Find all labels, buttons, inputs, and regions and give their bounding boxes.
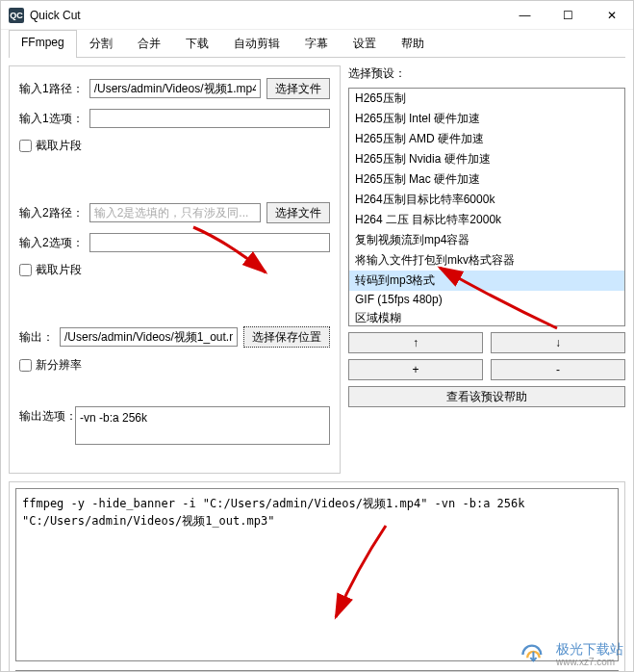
output-opts-label: 输出选项： [19,408,77,425]
preset-item[interactable]: 区域模糊 [349,308,624,326]
output-path-field[interactable] [60,327,238,347]
titlebar: QC Quick Cut — ☐ ✕ [1,1,633,30]
app-window: QC Quick Cut — ☐ ✕ FFmpeg分割合并下载自动剪辑字幕设置帮… [0,0,634,672]
preset-item[interactable]: H265压制 AMD 硬件加速 [349,129,624,149]
close-button[interactable]: ✕ [590,1,633,30]
input1-opts-label: 输入1选项： [19,111,84,127]
watermark: 极光下载站 www.xz7.com [520,642,623,667]
tab-合并[interactable]: 合并 [125,30,173,57]
preset-item[interactable]: GIF (15fps 480p) [349,291,624,308]
preset-item[interactable]: H264压制目标比特率6000k [349,190,624,210]
left-panel: 输入1路径： 选择文件 输入1选项： 截取片段 输入2路径： 选择文件 输入2选… [9,65,341,474]
preset-item[interactable]: H265压制 Mac 硬件加速 [349,169,624,190]
preset-item[interactable]: H264 二压 目标比特率2000k [349,210,624,230]
new-resolution-checkbox[interactable] [19,359,32,372]
input1-opts-field[interactable] [89,109,330,128]
tab-分割[interactable]: 分割 [77,30,125,57]
input2-path-field[interactable] [89,203,261,222]
preset-add-button[interactable]: + [348,359,483,380]
watermark-url: www.xz7.com [556,657,623,667]
clip1-label: 截取片段 [36,138,82,154]
output-label: 输出： [19,329,54,346]
preset-move-down-button[interactable]: ↓ [491,332,625,353]
tab-字幕[interactable]: 字幕 [292,30,341,57]
preset-item[interactable]: H265压制 [349,89,624,109]
preset-delete-button[interactable]: - [491,359,625,380]
command-textarea[interactable] [15,488,619,661]
minimize-button[interactable]: — [503,1,546,30]
watermark-icon [520,644,550,665]
preset-item[interactable]: 复制视频流到mp4容器 [349,230,624,250]
choose-save-location-button[interactable]: 选择保存位置 [243,326,330,348]
maximize-button[interactable]: ☐ [546,1,590,30]
app-icon: QC [9,8,24,23]
input1-choose-file-button[interactable]: 选择文件 [266,78,330,99]
preset-move-up-button[interactable]: ↑ [348,332,483,353]
right-panel: 选择预设： H265压制H265压制 Intel 硬件加速H265压制 AMD … [348,65,625,474]
input2-opts-field[interactable] [89,233,330,252]
tab-bar: FFmpeg分割合并下载自动剪辑字幕设置帮助 [9,30,625,58]
preset-item[interactable]: H265压制 Intel 硬件加速 [349,109,624,129]
tab-帮助[interactable]: 帮助 [389,30,437,57]
clip2-label: 截取片段 [36,262,82,278]
preset-item[interactable]: 转码到mp3格式 [349,271,624,291]
preset-list[interactable]: H265压制H265压制 Intel 硬件加速H265压制 AMD 硬件加速H2… [348,88,625,326]
watermark-name: 极光下载站 [556,642,623,657]
clip1-checkbox[interactable] [19,140,32,152]
tab-ffmpeg[interactable]: FFmpeg [9,30,77,58]
input2-path-label: 输入2路径： [19,205,84,221]
preset-header-label: 选择预设： [348,65,625,82]
new-resolution-label: 新分辨率 [36,357,82,374]
preset-item[interactable]: H265压制 Nvidia 硬件加速 [349,149,624,169]
input2-choose-file-button[interactable]: 选择文件 [266,202,330,223]
tab-下载[interactable]: 下载 [173,30,221,57]
input2-opts-label: 输入2选项： [19,235,84,251]
input1-path-field[interactable] [89,79,261,98]
input1-path-label: 输入1路径： [19,81,84,97]
main-content: 输入1路径： 选择文件 输入1选项： 截取片段 输入2路径： 选择文件 输入2选… [1,58,633,481]
clip2-checkbox[interactable] [19,264,32,276]
tab-设置[interactable]: 设置 [341,30,389,57]
window-title: Quick Cut [30,9,503,22]
preset-help-button[interactable]: 查看该预设帮助 [348,386,625,407]
preset-item[interactable]: 将输入文件打包到mkv格式容器 [349,250,624,271]
tab-自动剪辑[interactable]: 自动剪辑 [221,30,292,57]
